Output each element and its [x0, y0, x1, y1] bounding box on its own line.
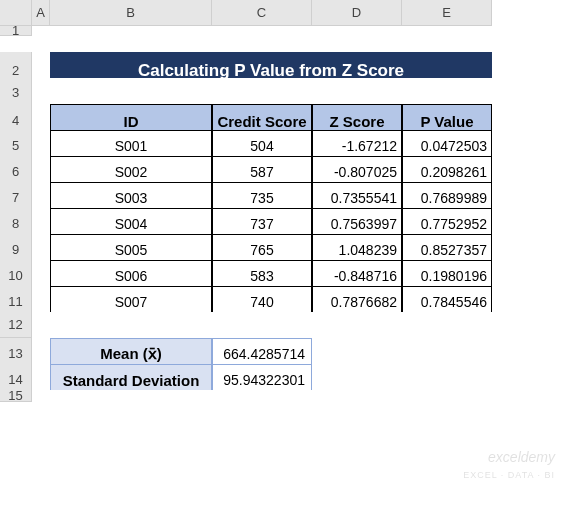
cell-c15[interactable]: [212, 390, 312, 402]
col-header-b[interactable]: B: [50, 0, 212, 26]
cell-e12[interactable]: [402, 312, 492, 338]
row-header-1[interactable]: 1: [0, 26, 32, 36]
col-header-a[interactable]: A: [32, 0, 50, 26]
col-header-c[interactable]: C: [212, 0, 312, 26]
cell-d15[interactable]: [312, 390, 402, 402]
cell-a1[interactable]: [32, 26, 50, 36]
cell-a15[interactable]: [32, 390, 50, 402]
spreadsheet-grid[interactable]: A B C D E 1 2 Calculating P Value from Z…: [0, 0, 579, 416]
cell-c12[interactable]: [212, 312, 312, 338]
col-header-e[interactable]: E: [402, 0, 492, 26]
row-header-15[interactable]: 15: [0, 390, 32, 402]
cell-a12[interactable]: [32, 312, 50, 338]
cell-e1[interactable]: [402, 26, 492, 36]
col-header-d[interactable]: D: [312, 0, 402, 26]
row-header-12[interactable]: 12: [0, 312, 32, 338]
watermark-main: exceldemy: [488, 449, 555, 465]
cell-c1[interactable]: [212, 26, 312, 36]
watermark-sub: EXCEL · DATA · BI: [463, 470, 555, 480]
cell-b15[interactable]: [50, 390, 212, 402]
cell-b12[interactable]: [50, 312, 212, 338]
cell-b1[interactable]: [50, 26, 212, 36]
cell-d1[interactable]: [312, 26, 402, 36]
watermark: exceldemy EXCEL · DATA · BI: [463, 450, 555, 481]
cell-d12[interactable]: [312, 312, 402, 338]
cell-e15[interactable]: [402, 390, 492, 402]
